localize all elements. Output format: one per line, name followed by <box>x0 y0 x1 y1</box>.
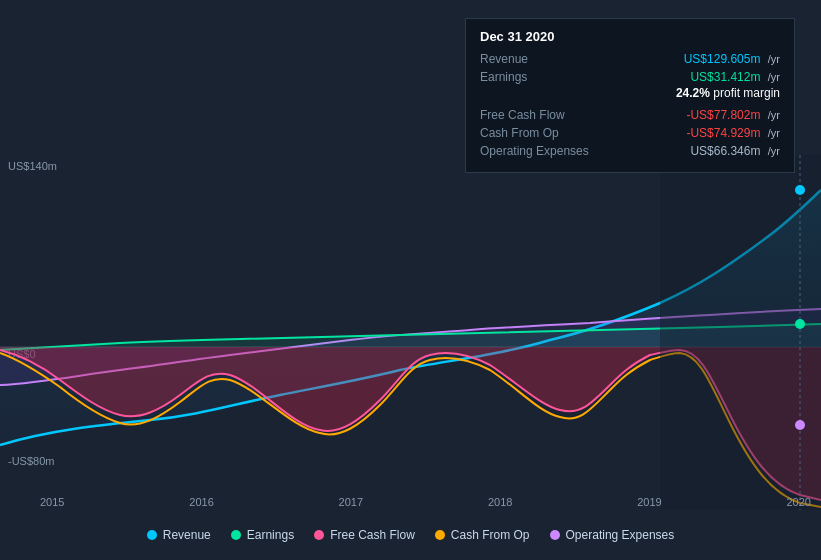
x-label-2017: 2017 <box>339 496 363 508</box>
legend-revenue[interactable]: Revenue <box>147 528 211 542</box>
legend-dot-revenue <box>147 530 157 540</box>
operating-expenses-label: Operating Expenses <box>480 144 600 158</box>
info-box: Dec 31 2020 Revenue US$129.605m /yr Earn… <box>465 18 795 173</box>
free-cashflow-row: Free Cash Flow -US$77.802m /yr <box>480 108 780 122</box>
earnings-row: Earnings US$31.412m /yr 24.2% profit mar… <box>480 70 780 104</box>
svg-point-3 <box>795 185 805 195</box>
x-label-2018: 2018 <box>488 496 512 508</box>
cash-from-op-value: -US$74.929m /yr <box>600 126 780 140</box>
svg-point-5 <box>795 420 805 430</box>
operating-expenses-row: Operating Expenses US$66.346m /yr <box>480 144 780 158</box>
legend-free-cashflow[interactable]: Free Cash Flow <box>314 528 415 542</box>
cash-from-op-row: Cash From Op -US$74.929m /yr <box>480 126 780 140</box>
legend-dot-earnings <box>231 530 241 540</box>
x-label-2016: 2016 <box>189 496 213 508</box>
legend-label-cash-from-op: Cash From Op <box>451 528 530 542</box>
chart-svg <box>0 155 821 510</box>
svg-rect-1 <box>660 155 821 510</box>
legend: Revenue Earnings Free Cash Flow Cash Fro… <box>0 510 821 560</box>
x-label-2015: 2015 <box>40 496 64 508</box>
cash-from-op-label: Cash From Op <box>480 126 600 140</box>
x-axis-labels: 2015 2016 2017 2018 2019 2020 <box>40 496 811 508</box>
legend-earnings[interactable]: Earnings <box>231 528 294 542</box>
legend-label-earnings: Earnings <box>247 528 294 542</box>
revenue-label: Revenue <box>480 52 600 66</box>
x-label-2019: 2019 <box>637 496 661 508</box>
legend-label-free-cashflow: Free Cash Flow <box>330 528 415 542</box>
legend-dot-cash-from-op <box>435 530 445 540</box>
profit-margin: 24.2% profit margin <box>676 86 780 100</box>
legend-label-operating-expenses: Operating Expenses <box>566 528 675 542</box>
legend-dot-operating-expenses <box>550 530 560 540</box>
revenue-row: Revenue US$129.605m /yr <box>480 52 780 66</box>
svg-point-4 <box>795 319 805 329</box>
legend-dot-free-cashflow <box>314 530 324 540</box>
legend-label-revenue: Revenue <box>163 528 211 542</box>
info-box-title: Dec 31 2020 <box>480 29 780 44</box>
legend-operating-expenses[interactable]: Operating Expenses <box>550 528 675 542</box>
free-cashflow-value: -US$77.802m /yr <box>600 108 780 122</box>
x-label-2020: 2020 <box>786 496 810 508</box>
chart-area <box>0 155 821 510</box>
earnings-value: US$31.412m /yr <box>690 70 780 84</box>
operating-expenses-value: US$66.346m /yr <box>600 144 780 158</box>
free-cashflow-label: Free Cash Flow <box>480 108 600 122</box>
legend-cash-from-op[interactable]: Cash From Op <box>435 528 530 542</box>
revenue-value: US$129.605m /yr <box>600 52 780 66</box>
earnings-label: Earnings <box>480 70 600 84</box>
